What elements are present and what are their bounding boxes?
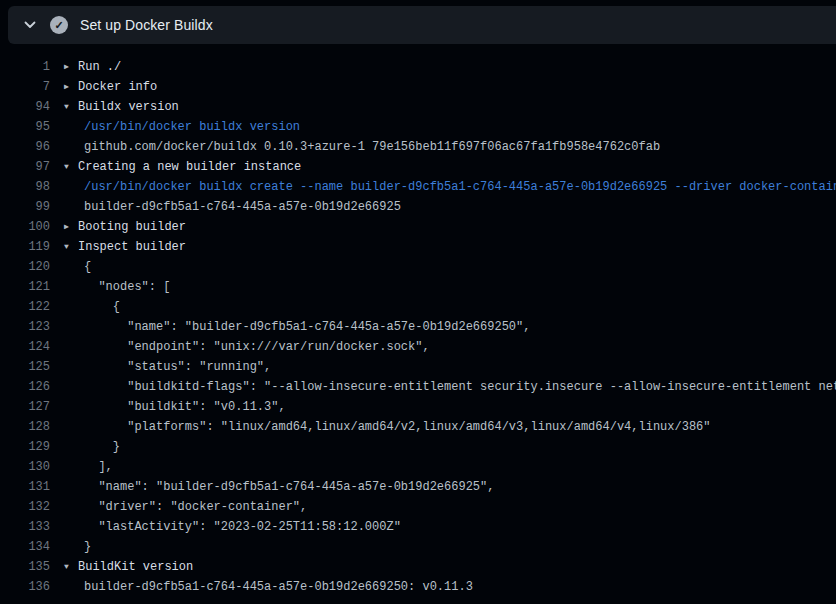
step-header[interactable]: ✓ Set up Docker Buildx [8, 6, 836, 44]
log-output-text: "nodes": [ [50, 277, 836, 297]
line-number: 136 [0, 577, 50, 597]
log-output-text: "driver": "docker-container", [50, 497, 836, 517]
log-line: 94▼Buildx version [0, 97, 836, 117]
triangle-right-icon[interactable]: ▶ [64, 217, 78, 237]
triangle-down-icon[interactable]: ▼ [64, 157, 78, 177]
log-line: 98/usr/bin/docker buildx create --name b… [0, 177, 836, 197]
line-number: 97 [0, 157, 50, 177]
log-group-row: ▶Docker info [50, 77, 836, 97]
line-number: 121 [0, 277, 50, 297]
log-line: 7▶Docker info [0, 77, 836, 97]
log-group-row: ▼Buildx version [50, 97, 836, 117]
line-number: 129 [0, 437, 50, 457]
log-line: 133 "lastActivity": "2023-02-25T11:58:12… [0, 517, 836, 537]
log-output-text: "buildkitd-flags": "--allow-insecure-ent… [50, 377, 836, 397]
line-number: 1 [0, 57, 50, 77]
log-output-area[interactable]: 1▶Run ./7▶Docker info94▼Buildx version95… [0, 50, 836, 604]
log-line: 119▼Inspect builder [0, 237, 836, 257]
log-command-text: /usr/bin/docker buildx create --name bui… [50, 177, 836, 197]
log-line: 130 ], [0, 457, 836, 477]
log-line: 123 "name": "builder-d9cfb5a1-c764-445a-… [0, 317, 836, 337]
log-output-text: builder-d9cfb5a1-c764-445a-a57e-0b19d2e6… [50, 197, 836, 217]
log-line: 99builder-d9cfb5a1-c764-445a-a57e-0b19d2… [0, 197, 836, 217]
triangle-down-icon[interactable]: ▼ [64, 557, 78, 577]
chevron-down-icon[interactable] [18, 13, 42, 37]
log-output-text: ], [50, 457, 836, 477]
line-number: 100 [0, 217, 50, 237]
step-title: Set up Docker Buildx [80, 17, 213, 33]
log-line: 128 "platforms": "linux/amd64,linux/amd6… [0, 417, 836, 437]
line-number: 134 [0, 537, 50, 557]
log-output-text: "status": "running", [50, 357, 836, 377]
line-number: 98 [0, 177, 50, 197]
log-output-text: } [50, 437, 836, 457]
log-output-text: "platforms": "linux/amd64,linux/amd64/v2… [50, 417, 836, 437]
log-group-toggle[interactable]: ▼Creating a new builder instance [64, 160, 301, 174]
log-group-title: BuildKit version [78, 560, 193, 574]
log-line: 131 "name": "builder-d9cfb5a1-c764-445a-… [0, 477, 836, 497]
log-line: 122 { [0, 297, 836, 317]
line-number: 123 [0, 317, 50, 337]
line-number: 96 [0, 137, 50, 157]
log-line: 126 "buildkitd-flags": "--allow-insecure… [0, 377, 836, 397]
log-group-toggle[interactable]: ▼Buildx version [64, 100, 179, 114]
line-number: 7 [0, 77, 50, 97]
line-number: 125 [0, 357, 50, 377]
log-output-text: { [50, 257, 836, 277]
triangle-down-icon[interactable]: ▼ [64, 237, 78, 257]
log-group-toggle[interactable]: ▼BuildKit version [64, 560, 193, 574]
log-output-text: } [50, 537, 836, 557]
log-output-text: "name": "builder-d9cfb5a1-c764-445a-a57e… [50, 477, 836, 497]
log-group-row: ▶Booting builder [50, 217, 836, 237]
log-group-row: ▼BuildKit version [50, 557, 836, 577]
line-number: 131 [0, 477, 50, 497]
line-number: 120 [0, 257, 50, 277]
log-line: 121 "nodes": [ [0, 277, 836, 297]
line-number: 130 [0, 457, 50, 477]
log-line: 1▶Run ./ [0, 57, 836, 77]
triangle-right-icon[interactable]: ▶ [64, 77, 78, 97]
status-success-icon: ✓ [50, 16, 68, 34]
log-command-text: /usr/bin/docker buildx version [50, 117, 836, 137]
log-group-row: ▶Run ./ [50, 57, 836, 77]
log-line: 96github.com/docker/buildx 0.10.3+azure-… [0, 137, 836, 157]
log-group-row: ▼Creating a new builder instance [50, 157, 836, 177]
line-number: 128 [0, 417, 50, 437]
line-number: 126 [0, 377, 50, 397]
log-output-text: "name": "builder-d9cfb5a1-c764-445a-a57e… [50, 317, 836, 337]
log-group-title: Creating a new builder instance [78, 160, 301, 174]
log-group-title: Buildx version [78, 100, 179, 114]
log-output-text: "buildkit": "v0.11.3", [50, 397, 836, 417]
log-output-text: { [50, 297, 836, 317]
line-number: 132 [0, 497, 50, 517]
line-number: 127 [0, 397, 50, 417]
line-number: 94 [0, 97, 50, 117]
log-output-text: "endpoint": "unix:///var/run/docker.sock… [50, 337, 836, 357]
log-group-toggle[interactable]: ▶Run ./ [64, 60, 121, 74]
line-number: 124 [0, 337, 50, 357]
log-line: 95/usr/bin/docker buildx version [0, 117, 836, 137]
log-group-toggle[interactable]: ▶Docker info [64, 80, 157, 94]
line-number: 135 [0, 557, 50, 577]
log-output-text: github.com/docker/buildx 0.10.3+azure-1 … [50, 137, 836, 157]
actions-log-viewer: ✓ Set up Docker Buildx 1▶Run ./7▶Docker … [0, 0, 836, 604]
line-number: 119 [0, 237, 50, 257]
line-number: 99 [0, 197, 50, 217]
log-group-toggle[interactable]: ▼Inspect builder [64, 240, 186, 254]
line-number: 122 [0, 297, 50, 317]
log-line: 120{ [0, 257, 836, 277]
log-line: 135▼BuildKit version [0, 557, 836, 577]
log-group-title: Inspect builder [78, 240, 186, 254]
log-line: 100▶Booting builder [0, 217, 836, 237]
log-group-toggle[interactable]: ▶Booting builder [64, 220, 186, 234]
triangle-down-icon[interactable]: ▼ [64, 97, 78, 117]
log-group-title: Booting builder [78, 220, 186, 234]
triangle-right-icon[interactable]: ▶ [64, 57, 78, 77]
log-line: 129 } [0, 437, 836, 457]
log-line: 136builder-d9cfb5a1-c764-445a-a57e-0b19d… [0, 577, 836, 597]
line-number: 133 [0, 517, 50, 537]
log-line: 127 "buildkit": "v0.11.3", [0, 397, 836, 417]
log-output-text: "lastActivity": "2023-02-25T11:58:12.000… [50, 517, 836, 537]
log-group-row: ▼Inspect builder [50, 237, 836, 257]
log-line: 132 "driver": "docker-container", [0, 497, 836, 517]
